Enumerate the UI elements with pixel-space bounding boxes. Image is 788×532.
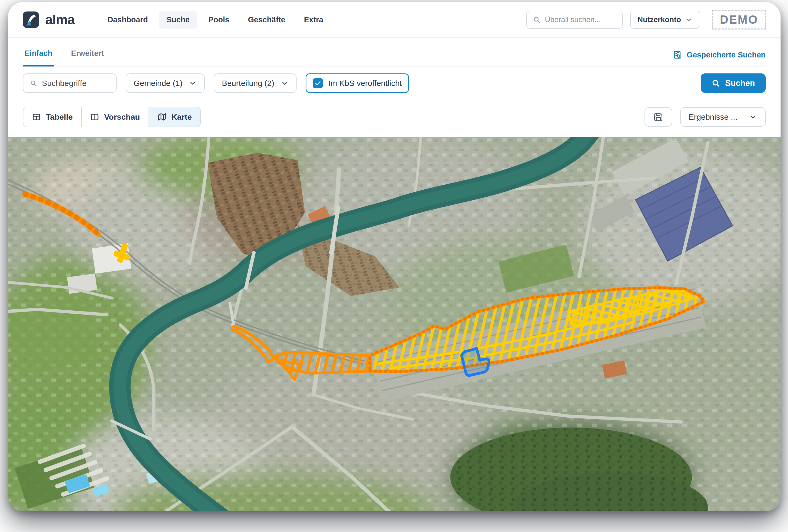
view-tabelle-label: Tabelle: [46, 112, 73, 122]
split-panel-icon: [90, 112, 99, 122]
kbs-label: Im KbS veröffentlicht: [328, 79, 402, 88]
app-header: alma Dashboard Suche Pools Geschäfte Ext…: [8, 2, 781, 38]
search-button[interactable]: Suchen: [701, 74, 766, 93]
saved-searches-label: Gespeicherte Suchen: [687, 50, 766, 59]
main-nav: Dashboard Suche Pools Geschäfte Extra: [100, 11, 331, 29]
view-toolbar: Tabelle Vorschau Karte: [23, 107, 766, 127]
brand[interactable]: alma: [22, 11, 75, 28]
view-karte-segment[interactable]: Karte: [149, 107, 200, 127]
account-label: Nutzerkonto: [637, 16, 681, 24]
keywords-input[interactable]: [42, 79, 110, 88]
view-segmented-control: Tabelle Vorschau Karte: [23, 107, 201, 127]
gemeinde-label: Gemeinde (1): [134, 79, 182, 88]
chevron-down-icon: [281, 79, 289, 87]
search-panel: Einfach Erweitert Gespeicherte Suchen: [8, 38, 781, 137]
beurteilung-label: Beurteilung (2): [222, 79, 274, 88]
demo-badge: DEMO: [712, 10, 766, 29]
floppy-disk-icon: [654, 112, 663, 122]
global-search-input[interactable]: [545, 16, 616, 24]
folded-map-icon: [158, 112, 166, 122]
saved-searches-link[interactable]: Gespeicherte Suchen: [673, 50, 766, 66]
app-window: alma Dashboard Suche Pools Geschäfte Ext…: [8, 2, 781, 511]
search-icon: [711, 79, 721, 88]
results-dropdown[interactable]: Ergebnisse ...: [680, 107, 766, 127]
nav-extra[interactable]: Extra: [297, 11, 331, 29]
map-view[interactable]: [8, 137, 781, 511]
toolbar-right: Ergebnisse ...: [645, 107, 766, 127]
nav-dashboard[interactable]: Dashboard: [100, 11, 155, 29]
brand-name: alma: [45, 12, 75, 27]
search-button-label: Suchen: [725, 79, 755, 88]
chevron-down-icon: [685, 16, 693, 23]
tab-erweitert[interactable]: Erweitert: [70, 49, 106, 66]
tab-einfach[interactable]: Einfach: [23, 49, 54, 66]
chevron-down-icon: [749, 113, 757, 121]
nav-geschaefte[interactable]: Geschäfte: [240, 11, 293, 29]
alma-logo-icon: [22, 11, 39, 28]
header-right: Nutzerkonto DEMO: [526, 10, 766, 29]
chevron-down-icon: [189, 79, 197, 87]
save-search-button[interactable]: [645, 107, 672, 127]
satellite-map-canvas[interactable]: [8, 137, 781, 511]
kbs-published-toggle[interactable]: Im KbS veröffentlicht: [306, 74, 409, 93]
nav-suche[interactable]: Suche: [159, 11, 197, 29]
account-menu-button[interactable]: Nutzerkonto: [630, 11, 700, 29]
checkbox-checked-icon[interactable]: [313, 78, 323, 88]
table-icon: [32, 112, 41, 122]
view-karte-label: Karte: [172, 112, 192, 122]
search-icon: [30, 79, 37, 87]
gemeinde-dropdown[interactable]: Gemeinde (1): [126, 74, 205, 93]
saved-searches-icon: [673, 50, 682, 60]
nav-pools[interactable]: Pools: [201, 11, 237, 29]
results-dropdown-label: Ergebnisse ...: [689, 112, 737, 122]
global-search[interactable]: [526, 11, 623, 29]
filter-row: Gemeinde (1) Beurteilung (2) Im KbS verö…: [23, 74, 766, 93]
keywords-field[interactable]: [23, 74, 117, 93]
search-tabs: Einfach Erweitert Gespeicherte Suchen: [23, 38, 766, 66]
beurteilung-dropdown[interactable]: Beurteilung (2): [214, 74, 297, 93]
view-vorschau-label: Vorschau: [104, 112, 140, 122]
search-icon: [533, 16, 541, 24]
view-vorschau-segment[interactable]: Vorschau: [81, 107, 149, 127]
view-tabelle-segment[interactable]: Tabelle: [23, 107, 81, 127]
